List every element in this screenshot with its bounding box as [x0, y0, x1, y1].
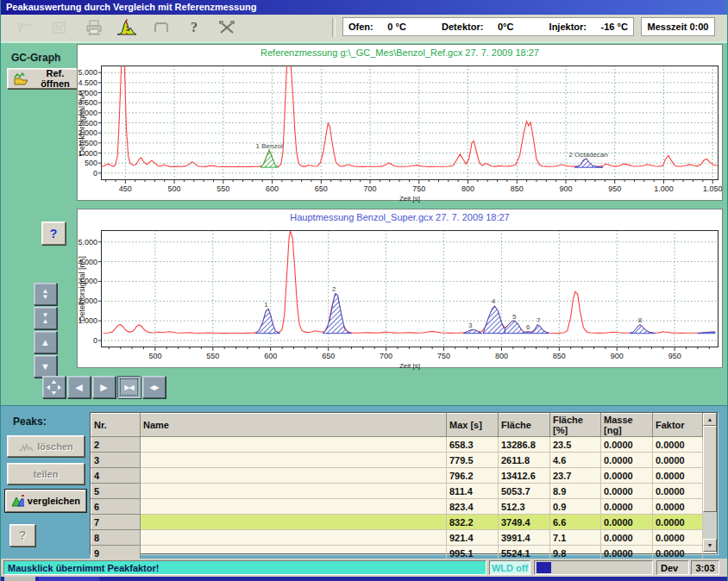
- svg-text:Detektorsignal [nA]: Detektorsignal [nA]: [78, 90, 86, 155]
- svg-text:7: 7: [537, 316, 541, 324]
- table-cell: 3749.4: [499, 515, 550, 530]
- help-glyph: ?: [191, 20, 198, 35]
- gc-graph-area: GC-Graph Ref. öffnen Referenzmessung g:\…: [1, 43, 728, 405]
- compare-peaks-button[interactable]: vergleichen: [5, 490, 86, 512]
- referenzmessung-plot[interactable]: 4505005506006507007508008509009501.0001.…: [78, 61, 722, 203]
- svg-text:500: 500: [148, 352, 161, 360]
- scroll-up-button[interactable]: ▲: [703, 413, 717, 426]
- clock-status: 3:03: [691, 560, 719, 575]
- arrow-down-icon: ▼: [41, 362, 50, 372]
- table-row[interactable]: 3779.52611.84.60.00000.0000: [91, 453, 703, 468]
- integration-icon-glyph: [151, 18, 172, 37]
- column-header[interactable]: Name: [141, 414, 447, 437]
- table-cell: 5053.7: [499, 484, 550, 499]
- injektor-value: -16 °C: [601, 22, 628, 32]
- svg-text:0: 0: [93, 336, 97, 345]
- peaks-panel: Peaks: löschen teilen vergleichen ?: [1, 405, 728, 559]
- peaks-table-grid: Nr.NameMax [s]FlächeFläche [%]Masse [ng]…: [91, 413, 703, 561]
- scrollbar-thumb[interactable]: [703, 426, 717, 512]
- collapse-vertical-button[interactable]: ▼▲: [34, 307, 57, 329]
- svg-text:3: 3: [468, 322, 473, 329]
- table-cell: 0.0000: [653, 484, 703, 499]
- application-window: Peakauswertung durch Vergleich mit Refer…: [0, 0, 728, 581]
- table-cell: [141, 484, 447, 499]
- column-header[interactable]: Faktor: [653, 414, 703, 437]
- open-icon: [15, 16, 39, 39]
- help-icon[interactable]: ?: [182, 16, 206, 39]
- column-header[interactable]: Fläche [%]: [550, 414, 601, 437]
- table-scrollbar[interactable]: ▲ ▼: [703, 413, 717, 552]
- row-number-cell: 4: [91, 468, 141, 484]
- wld-status: WLD off: [489, 560, 530, 575]
- svg-text:6: 6: [526, 323, 530, 331]
- peaks-table: Nr.NameMax [s]FlächeFläche [%]Masse [ng]…: [90, 412, 718, 554]
- table-cell: 13412.6: [499, 468, 550, 484]
- arrow-left-icon: ◀: [75, 383, 82, 392]
- compare-peaks-label: vergleichen: [28, 496, 80, 506]
- peak-compare-icon-glyph: [116, 17, 138, 38]
- table-cell: 0.0000: [653, 530, 703, 546]
- svg-text:Detektorsignal [nA]: Detektorsignal [nA]: [78, 256, 86, 322]
- column-header[interactable]: Masse [ng]: [601, 414, 653, 437]
- expand-vertical-button[interactable]: ▲▼: [34, 283, 57, 305]
- pan-left-button[interactable]: ◀: [67, 376, 91, 398]
- row-number-cell: 5: [91, 484, 141, 499]
- svg-text:650: 650: [315, 184, 328, 193]
- taskbar-fragment: [39, 577, 99, 581]
- svg-text:450: 450: [119, 184, 132, 193]
- delete-peak-label: löschen: [37, 441, 73, 452]
- table-row[interactable]: 4796.213412.623.70.00000.0000: [91, 468, 703, 484]
- referenzmessung-title: Referenzmessung g:\_GC_Mes\Benzol_Ref.gc…: [78, 45, 722, 61]
- scroll-down-button[interactable]: ▼: [703, 539, 717, 552]
- open-icon-glyph: [16, 18, 37, 37]
- save-icon: [47, 16, 72, 39]
- move-all-button[interactable]: [42, 376, 66, 398]
- column-header[interactable]: Fläche: [499, 414, 550, 437]
- row-number-cell: 7: [91, 515, 141, 530]
- table-row[interactable]: 5811.45053.78.90.00000.0000: [91, 484, 703, 499]
- peak-compare-icon[interactable]: [115, 16, 139, 39]
- table-cell: 0.0000: [601, 437, 653, 453]
- table-row[interactable]: 6823.4512.30.90.00000.0000: [91, 499, 703, 515]
- table-cell: 0.0000: [601, 530, 653, 546]
- table-cell: [141, 530, 447, 546]
- peaks-label: Peaks:: [13, 415, 47, 428]
- column-header[interactable]: Max [s]: [447, 414, 499, 437]
- table-cell: 4.6: [550, 453, 601, 468]
- help-button[interactable]: ?: [41, 222, 66, 245]
- collapse-horizontal-button[interactable]: ▶◀: [117, 376, 141, 398]
- folder-open-icon: [13, 72, 28, 85]
- pan-down-button[interactable]: ▼: [34, 355, 57, 378]
- status-message: Mausklick übernimmt Peakfaktor!: [3, 560, 486, 575]
- expand-horizontal-button[interactable]: ◀▶: [142, 376, 166, 398]
- table-row[interactable]: 2658.313286.823.50.00000.0000: [91, 437, 703, 453]
- save-icon-glyph: [49, 18, 70, 37]
- tools-icon-glyph: [217, 18, 237, 37]
- column-header[interactable]: Nr.: [91, 414, 141, 437]
- move-icon: [47, 380, 61, 395]
- table-row[interactable]: 8921.43991.47.10.00000.0000: [91, 530, 703, 546]
- hauptmessung-title: Hauptmessung Benzol_Super.gcx 27. 7. 200…: [78, 209, 722, 226]
- svg-text:Zeit [s]: Zeit [s]: [399, 362, 420, 370]
- svg-text:800: 800: [495, 352, 508, 360]
- peaks-help-button[interactable]: ?: [9, 524, 35, 547]
- svg-text:2: 2: [332, 285, 336, 293]
- svg-text:4: 4: [492, 297, 496, 305]
- messzeit-value: Messzeit 0:00: [648, 22, 709, 32]
- hauptmessung-plot[interactable]: 50055060065070075080085090095001.0002.00…: [78, 226, 722, 370]
- pan-up-button[interactable]: ▲: [34, 331, 57, 353]
- tools-icon[interactable]: [215, 16, 239, 39]
- split-peak-button: teilen: [7, 463, 85, 484]
- svg-text:500: 500: [168, 184, 181, 193]
- table-header-row: Nr.NameMax [s]FlächeFläche [%]Masse [ng]…: [91, 414, 703, 437]
- ref-open-button[interactable]: Ref. öffnen: [7, 68, 85, 89]
- svg-text:900: 900: [611, 352, 624, 360]
- pan-right-button[interactable]: ▶: [92, 376, 116, 398]
- svg-text:4.500: 4.500: [78, 78, 97, 87]
- table-row[interactable]: 7832.23749.46.60.00000.0000: [91, 515, 703, 530]
- table-cell: 13286.8: [499, 437, 550, 453]
- messzeit-box: Messzeit 0:00: [641, 17, 715, 36]
- table-cell: 0.0000: [601, 499, 653, 515]
- detektor-label: Detektor:: [442, 22, 483, 32]
- svg-text:2 Octadecan: 2 Octadecan: [568, 151, 607, 159]
